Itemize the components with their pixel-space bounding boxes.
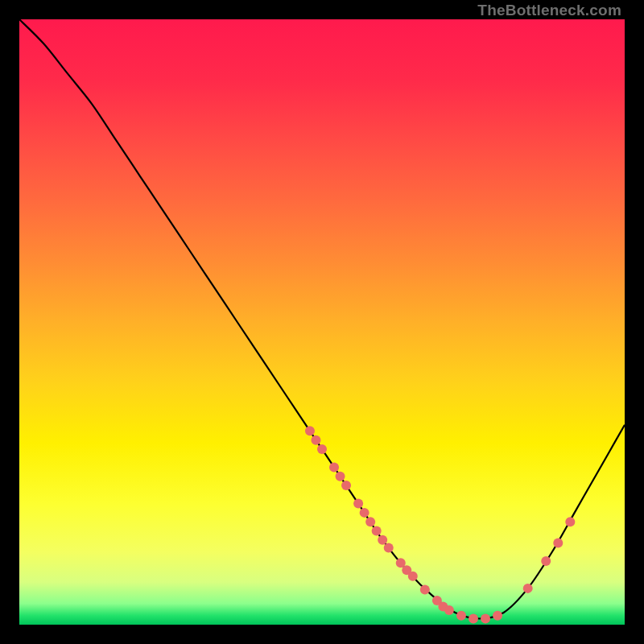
chart-marker [541, 556, 551, 566]
watermark-text: TheBottleneck.com [477, 2, 621, 19]
chart-marker [565, 517, 575, 526]
chart-marker [378, 535, 387, 545]
chart-marker [408, 572, 418, 581]
chart-marker [384, 543, 394, 552]
chart-marker [353, 499, 363, 509]
chart-marker [481, 613, 490, 623]
chart-marker [553, 538, 563, 547]
chart-marker [365, 517, 375, 526]
chart-marker [360, 508, 369, 518]
chart-marker [444, 605, 454, 615]
chart-marker [329, 462, 339, 472]
chart-marker [336, 472, 345, 481]
chart-svg [19, 19, 625, 625]
chart-marker [341, 481, 351, 490]
chart-background [19, 19, 625, 625]
chart-marker [469, 613, 478, 623]
chart-marker [493, 611, 502, 621]
chart-marker [420, 584, 430, 594]
chart-marker [305, 426, 315, 436]
chart-marker [456, 611, 466, 621]
chart-marker [523, 584, 533, 593]
chart-marker [372, 526, 382, 535]
chart-marker [317, 444, 327, 454]
chart-frame [19, 19, 625, 625]
chart-marker [311, 436, 320, 445]
